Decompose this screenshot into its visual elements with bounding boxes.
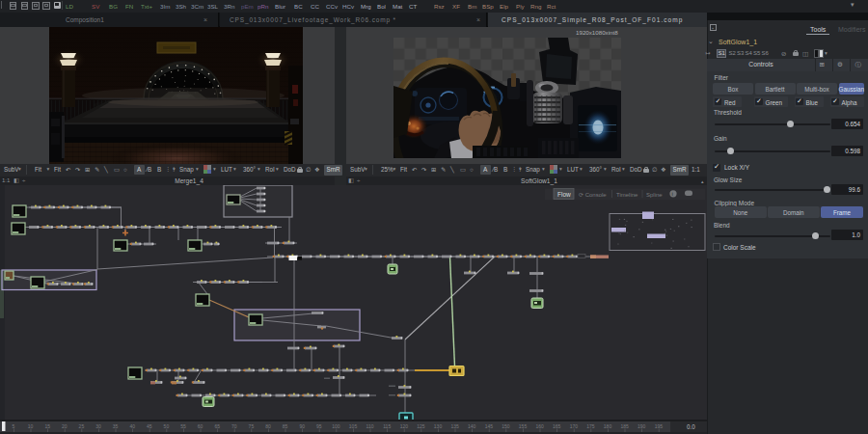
svg-text:Spline: Spline: [646, 192, 663, 198]
svg-text:130: 130: [434, 423, 443, 429]
svg-text:125: 125: [417, 423, 425, 429]
svg-text:155: 155: [519, 423, 528, 429]
svg-text:80: 80: [265, 423, 271, 429]
svg-text:70: 70: [231, 423, 237, 429]
svg-text:20: 20: [62, 423, 68, 429]
svg-text:185: 185: [620, 423, 629, 429]
svg-text:55: 55: [180, 423, 186, 429]
svg-text:40: 40: [129, 423, 135, 429]
svg-text:160: 160: [535, 423, 544, 429]
svg-text:10: 10: [28, 423, 34, 429]
svg-text:50: 50: [164, 423, 170, 429]
svg-text:90: 90: [299, 423, 305, 429]
svg-text:120: 120: [400, 423, 409, 429]
svg-text:190: 190: [637, 423, 646, 429]
svg-text:75: 75: [249, 423, 255, 429]
svg-text:180: 180: [604, 423, 612, 429]
svg-text:145: 145: [485, 423, 494, 429]
svg-text:30: 30: [95, 423, 101, 429]
svg-text:175: 175: [586, 423, 595, 429]
svg-text:Timeline: Timeline: [616, 192, 638, 198]
svg-text:85: 85: [283, 423, 288, 429]
svg-text:0.0: 0.0: [687, 423, 695, 430]
svg-text:60: 60: [198, 423, 203, 429]
svg-text:45: 45: [147, 423, 152, 429]
svg-text:105: 105: [349, 423, 358, 429]
svg-text:165: 165: [553, 423, 561, 429]
svg-text:Flow: Flow: [557, 191, 571, 198]
svg-text:5: 5: [13, 423, 15, 429]
svg-text:135: 135: [450, 423, 459, 429]
svg-text:95: 95: [316, 423, 322, 429]
svg-text:140: 140: [468, 423, 476, 429]
svg-text:⟳ Console: ⟳ Console: [579, 192, 607, 198]
svg-text:35: 35: [113, 423, 119, 429]
svg-text:i: i: [672, 191, 673, 197]
svg-text:25: 25: [79, 423, 85, 429]
svg-text:115: 115: [383, 423, 391, 429]
svg-text:100: 100: [332, 423, 340, 429]
svg-text:170: 170: [570, 423, 579, 429]
svg-text:195: 195: [655, 423, 664, 429]
svg-text:110: 110: [366, 423, 374, 429]
svg-text:65: 65: [214, 423, 220, 429]
svg-text:15: 15: [44, 423, 50, 429]
svg-text:150: 150: [502, 423, 510, 429]
